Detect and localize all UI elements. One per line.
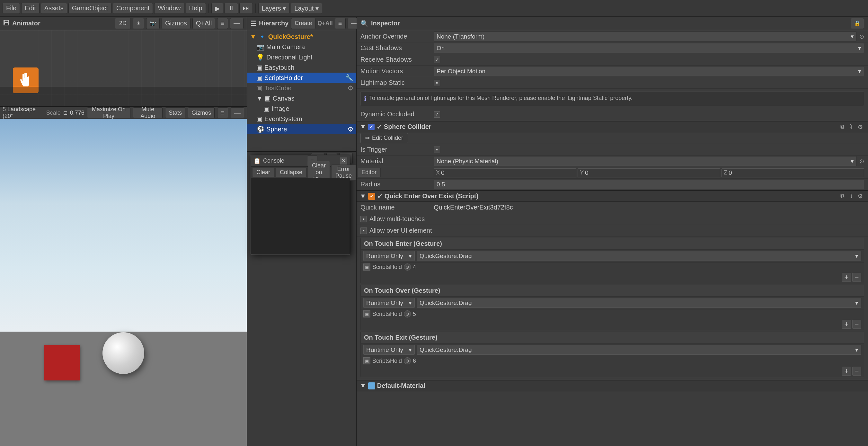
script-copy-btn[interactable]: ⧉ xyxy=(838,192,846,201)
edit-collider-label: Edit Collider xyxy=(372,135,403,141)
layers-dropdown[interactable]: Layers ▾ xyxy=(258,3,290,14)
hierarchy-item-image[interactable]: ▣ Image xyxy=(247,103,356,114)
on-touch-enter-remove-btn[interactable]: − xyxy=(852,273,861,282)
on-touch-over-header: On Touch Over (Gesture) xyxy=(361,285,864,297)
create-btn[interactable]: Create xyxy=(291,18,315,29)
sc-radius-value[interactable]: 0.5 xyxy=(434,180,864,189)
on-touch-over-title: On Touch Over (Gesture) xyxy=(364,287,440,294)
animator-cam-icon[interactable]: 📷 xyxy=(146,18,160,29)
scene-gizmos-btn[interactable]: Gizmos xyxy=(188,107,215,118)
on-touch-exit-add-btn[interactable]: + xyxy=(842,367,851,376)
motion-vectors-dropdown[interactable]: Per Object Motion▾ xyxy=(434,66,864,76)
assets-menu[interactable]: Assets xyxy=(41,3,67,14)
allow-multi-touches-checkbox[interactable]: ▪ xyxy=(361,216,367,222)
on-touch-enter-func-dropdown[interactable]: QuickGesture.Drag▾ xyxy=(417,251,861,261)
animator-2d-btn[interactable]: 2D xyxy=(115,18,131,29)
on-touch-enter-runtime-dropdown[interactable]: Runtime Only▾ xyxy=(363,251,415,261)
window-menu[interactable]: Window xyxy=(154,3,184,14)
script-icon-box: ✓ xyxy=(368,193,375,200)
on-touch-exit-remove-btn[interactable]: − xyxy=(852,367,861,376)
sphere-collider-checkbox[interactable]: ✓ xyxy=(376,123,382,131)
receive-shadows-checkbox[interactable]: ✓ xyxy=(434,57,440,63)
on-touch-exit-func-dropdown[interactable]: QuickGesture.Drag▾ xyxy=(417,345,861,355)
sc-menu-btn[interactable]: ⚙ xyxy=(856,123,865,131)
component-menu[interactable]: Component xyxy=(113,3,153,14)
allow-multi-touches-row: ▪ Allow multi-touches xyxy=(356,213,868,225)
edit-menu[interactable]: Edit xyxy=(21,3,39,14)
hierarchy-item-sphere[interactable]: ⚽ Sphere ⚙ xyxy=(247,124,356,134)
console-close-btn[interactable]: ✕ xyxy=(340,157,347,165)
is-trigger-checkbox[interactable]: ▪ xyxy=(434,147,440,153)
sc-material-pick-btn[interactable]: ⊙ xyxy=(859,158,864,165)
maximize-on-play-btn[interactable]: Maximize On Play xyxy=(87,107,130,118)
anchor-override-extra-btn[interactable]: ⊙ xyxy=(859,33,864,40)
renderer-properties-group: Anchor Override None (Transform)▾ ⊙ Cast… xyxy=(356,30,868,121)
animator-sun-icon[interactable]: ☀ xyxy=(133,18,144,29)
sc-paste-btn[interactable]: ⤵ xyxy=(848,123,855,131)
material-arrow: ▼ xyxy=(360,382,366,389)
hierarchy-item-eventsystem[interactable]: ▣ EventSystem xyxy=(247,114,356,124)
anchor-override-dropdown[interactable]: None (Transform)▾ xyxy=(434,31,857,41)
stats-btn[interactable]: Stats xyxy=(165,107,185,118)
script-menu-btn[interactable]: ⚙ xyxy=(856,192,865,201)
on-touch-over-func-dropdown[interactable]: QuickGesture.Drag▾ xyxy=(417,298,861,308)
console-error-pause-btn[interactable]: Error Pause xyxy=(331,165,356,181)
help-menu[interactable]: Help xyxy=(186,3,206,14)
hierarchy-title: Hierarchy xyxy=(259,20,288,27)
animator-menu-btn[interactable]: ≡ xyxy=(217,18,228,29)
hierarchy-scene-root[interactable]: ▼ 🔹 QuickGesture* xyxy=(247,31,356,42)
scriptsholder-label: ScriptsHolder xyxy=(265,74,303,82)
hierarchy-menu-btn[interactable]: ≡ xyxy=(335,18,346,29)
script-enabled-cb[interactable]: ✓ xyxy=(377,192,382,200)
pause-button[interactable]: ⏸ xyxy=(224,3,238,14)
on-touch-over-remove-btn[interactable]: − xyxy=(852,320,861,329)
on-touch-enter-num: 4 xyxy=(413,264,416,271)
inspector-body: Anchor Override None (Transform)▾ ⊙ Cast… xyxy=(356,30,868,446)
scene-menu-btn[interactable]: ≡ xyxy=(217,107,228,118)
animator-search-btn[interactable]: Q+All xyxy=(192,18,215,29)
sc-center-y-field[interactable]: Y 0 xyxy=(578,168,720,177)
sphere-collider-arrow: ▼ xyxy=(360,123,366,130)
scene-collapse-btn[interactable]: — xyxy=(231,107,244,118)
inspector-lock-btn[interactable]: 🔒 xyxy=(851,18,864,29)
animator-close-btn[interactable]: — xyxy=(230,18,244,29)
sc-center-z-field[interactable]: Z 0 xyxy=(721,168,864,177)
sc-copy-btn[interactable]: ⧉ xyxy=(838,123,846,131)
sphere-collider-title: Sphere Collider xyxy=(384,123,431,130)
gameobject-menu[interactable]: GameObject xyxy=(68,3,112,14)
play-button[interactable]: ▶ xyxy=(211,3,223,14)
edit-collider-btn[interactable]: ✏ Edit Collider xyxy=(361,133,408,143)
script-paste-btn[interactable]: ⤵ xyxy=(848,192,855,201)
layout-dropdown[interactable]: Layout ▾ xyxy=(291,3,322,14)
mute-audio-btn[interactable]: Mute Audio xyxy=(133,107,162,118)
console-clear-btn[interactable]: Clear xyxy=(252,168,274,177)
hierarchy-item-main-camera[interactable]: 📷 Main Camera xyxy=(247,42,356,52)
hierarchy-item-scriptsholder[interactable]: ▣ ScriptsHolder 🔧 xyxy=(247,72,356,83)
console-editor-btn[interactable]: Editor xyxy=(357,168,381,177)
edit-collider-row: ✏ Edit Collider xyxy=(356,132,868,144)
console-collapse-btn[interactable]: Collapse xyxy=(276,168,307,177)
allow-over-ui-checkbox[interactable]: ▪ xyxy=(361,228,367,234)
on-touch-over-add-btn[interactable]: + xyxy=(842,320,851,329)
dynamic-occluded-checkbox[interactable]: ✓ xyxy=(434,111,440,118)
on-touch-exit-runtime-dropdown[interactable]: Runtime Only▾ xyxy=(363,345,415,355)
on-touch-over-runtime-dropdown[interactable]: Runtime Only▾ xyxy=(363,298,415,308)
lightmap-static-checkbox[interactable]: ▪ xyxy=(434,80,440,86)
inspector-icon: 🔍 xyxy=(361,20,369,27)
on-touch-enter-add-btn[interactable]: + xyxy=(842,273,851,282)
sc-material-dropdown[interactable]: None (Physic Material)▾ xyxy=(434,156,857,166)
hierarchy-item-directional-light[interactable]: 💡 Directional Light xyxy=(247,52,356,62)
sc-center-x-field[interactable]: X 0 xyxy=(434,168,576,177)
animator-gizmos-btn[interactable]: Gizmos xyxy=(162,18,190,29)
script-title: Quick Enter Over Exist (Script) xyxy=(384,192,478,200)
hierarchy-item-testcube[interactable]: ▣ TestCube ⚙ xyxy=(247,83,356,93)
animator-header: 🎞 Animator 2D ☀ 📷 Gizmos Q+All ≡ — xyxy=(0,17,247,30)
sc-material-row: Material None (Physic Material)▾ ⊙ xyxy=(356,155,868,167)
file-menu[interactable]: File xyxy=(3,3,20,14)
cast-shadows-dropdown[interactable]: On▾ xyxy=(434,43,864,53)
hierarchy-item-easytouch[interactable]: ▣ Easytouch xyxy=(247,62,356,72)
animator-icon: 🎞 xyxy=(3,20,10,27)
hand-gesture-svg xyxy=(18,72,34,88)
hierarchy-item-canvas[interactable]: ▼ ▣ Canvas xyxy=(247,93,356,103)
step-button[interactable]: ⏭ xyxy=(239,3,253,14)
